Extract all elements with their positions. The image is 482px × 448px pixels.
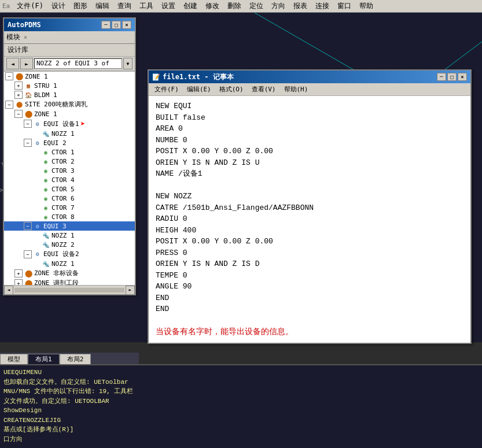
icon-zone2: ⬤	[24, 110, 33, 118]
content-line-8	[156, 180, 463, 191]
tree-node-zone-tiaoji[interactable]: + ⬤ ZONE 调剂工段	[4, 278, 135, 285]
tree-node-zone-feibiao[interactable]: + ⬤ ZONE 非标设备	[4, 268, 135, 278]
menu-query[interactable]: 查询	[114, 0, 135, 12]
notepad-menu-edit[interactable]: 编辑(E)	[183, 84, 215, 95]
tree-node-equi2[interactable]: − ⚙ EQUI 2	[4, 138, 135, 147]
nav-forward-button[interactable]: ►	[20, 58, 33, 69]
tree-node-ctor6[interactable]: ◉ CTOR 6	[4, 194, 135, 203]
icon-nozz1: 🔩	[41, 129, 50, 138]
expander-zone-tiaoji[interactable]: +	[14, 279, 23, 286]
expander-site[interactable]: −	[5, 101, 13, 109]
tree-node-ctor3[interactable]: ◉ CTOR 3	[4, 166, 135, 175]
nav-back-button[interactable]: ◄	[6, 58, 19, 69]
tree-node-ctor2[interactable]: ◉ CTOR 2	[4, 157, 135, 166]
notepad-minimize-button[interactable]: ─	[437, 73, 446, 81]
tree-node-nozz1[interactable]: 🔩 NOZZ 1	[4, 129, 135, 138]
tree-node-equi-sb2[interactable]: − ⚙ EQUI 设备2	[4, 249, 135, 259]
notepad-content: NEW EQUI BUILT false AREA 0 NUMBE 0 POSI…	[149, 96, 470, 343]
module-close-button[interactable]: ×	[24, 34, 27, 40]
tree-node-ctor5[interactable]: ◉ CTOR 5	[4, 184, 135, 194]
tree-node-bldm1[interactable]: + 🏠 BLDM 1	[4, 90, 135, 99]
menu-window[interactable]: 窗口	[334, 0, 355, 12]
tree-node-ctor1[interactable]: ◉ CTOR 1	[4, 147, 135, 157]
hscroll-track[interactable]	[14, 288, 124, 293]
notepad-menu-help[interactable]: 帮助(H)	[281, 84, 312, 95]
label-ctor6: CTOR 6	[51, 195, 75, 202]
label-equi2: EQUI 2	[43, 139, 67, 147]
icon-equi-sb2: ⚙	[33, 250, 42, 258]
tree-node-zone2[interactable]: − ⬤ ZONE 1	[4, 109, 135, 119]
notepad-maximize-button[interactable]: □	[447, 73, 457, 81]
icon-stru1: ▦	[24, 82, 33, 90]
tab-model[interactable]: 模型	[0, 354, 28, 364]
notepad-close-button[interactable]: ×	[458, 73, 467, 81]
label-ctor5: CTOR 5	[51, 186, 75, 193]
expander-equi3[interactable]: −	[24, 222, 32, 230]
menu-tools[interactable]: 工具	[136, 0, 157, 12]
content-line-2: BUILT false	[156, 112, 463, 124]
tree-node-ctor7[interactable]: ◉ CTOR 7	[4, 203, 135, 212]
tree-node-stru1[interactable]: + ▦ STRU 1	[4, 81, 135, 90]
menu-file[interactable]: 文件(F)	[13, 0, 47, 12]
notepad-icon: 📝	[152, 73, 160, 81]
tree-node-ctor4[interactable]: ◉ CTOR 4	[4, 175, 135, 184]
tree-node-equi3[interactable]: − ⚙ EQUI 3	[4, 221, 135, 231]
tab-layout1[interactable]: 布局1	[28, 354, 60, 364]
icon-nozz1sb2: 🔩	[41, 260, 50, 268]
icon-nozz1e3: 🔩	[41, 231, 50, 239]
notepad-menu-format[interactable]: 格式(O)	[216, 84, 247, 95]
menu-report[interactable]: 报表	[290, 0, 311, 12]
menu-graphics[interactable]: 图形	[70, 0, 91, 12]
tree-node-equi1[interactable]: − ⚙ EQUI 设备1 ➤	[4, 119, 135, 129]
content-line-10: CATRE /1501b_Ansi_Flanged/AAZFBBONN	[156, 202, 463, 214]
cmd-line-4: 义文件成功。自定义组: UETOOLBAR	[3, 397, 479, 406]
autopdms-minimize-button[interactable]: ─	[101, 21, 111, 29]
nav-dropdown-button[interactable]: ▼	[123, 58, 133, 69]
content-line-7: NAME /设备1	[156, 168, 463, 180]
tree-node-zone1[interactable]: − ⬤ ZONE 1	[4, 72, 135, 81]
module-bar: 模块 ×	[4, 31, 135, 44]
tree-node-nozz1-sb2[interactable]: 🔩 NOZZ 1	[4, 259, 135, 268]
notepad-menu-view[interactable]: 查看(V)	[248, 84, 279, 95]
menu-help[interactable]: 帮助	[356, 0, 377, 12]
label-equi1: EQUI 设备1	[43, 120, 79, 128]
label-zone-feibiao: ZONE 非标设备	[34, 269, 79, 277]
menu-locate[interactable]: 定位	[246, 0, 267, 12]
menu-orient[interactable]: 方向	[268, 0, 289, 12]
autopdms-maximize-button[interactable]: □	[112, 21, 121, 29]
menu-settings[interactable]: 设置	[158, 0, 179, 12]
hscroll-right-button[interactable]: ►	[126, 286, 135, 295]
expander-zone2[interactable]: −	[14, 110, 23, 118]
expander-stru1[interactable]: +	[14, 82, 23, 90]
expander-zone1[interactable]: −	[5, 72, 13, 80]
icon-equi1: ⚙	[33, 120, 42, 128]
expander-equi1[interactable]: −	[24, 120, 32, 128]
notepad-window: 📝 file1.txt - 记事本 ─ □ × 文件(F) 编辑(E) 格式(O…	[148, 69, 472, 344]
expander-zone-feibiao[interactable]: +	[14, 269, 23, 277]
icon-ctor7: ◉	[41, 203, 50, 212]
expander-bldm1[interactable]: +	[14, 91, 23, 99]
expander-equi2[interactable]: −	[24, 139, 32, 147]
command-output: UEEQUIMENU 也卸载自定义文件。自定义组: UEToolbar MNU/…	[0, 365, 482, 446]
hscroll-left-button[interactable]: ◄	[4, 286, 13, 295]
tree-container[interactable]: − ⬤ ZONE 1 + ▦ STRU 1 + 🏠 BLDM 1 − ⬤ SIT…	[4, 71, 135, 285]
cmd-line-7: 基点或[选择参考点(R)]	[3, 425, 479, 435]
label-nozz1e3: NOZZ 1	[51, 232, 75, 239]
notepad-menu-file[interactable]: 文件(F)	[151, 84, 182, 95]
tree-node-site[interactable]: − ⬤ SITE 200吨糖浆调乳	[4, 99, 135, 109]
tab-layout2[interactable]: 布局2	[60, 354, 91, 364]
content-line-5: POSIT X 0.00 Y 0.00 Z 0.00	[156, 146, 463, 157]
tree-node-nozz2-equi3[interactable]: 🔩 NOZZ 2	[4, 240, 135, 249]
tree-node-nozz1-equi3[interactable]: 🔩 NOZZ 1	[4, 231, 135, 240]
expander-equi-sb2[interactable]: −	[24, 250, 32, 258]
menu-edit[interactable]: 编辑	[92, 0, 113, 12]
menu-modify[interactable]: 修改	[202, 0, 223, 12]
icon-nozz2e3: 🔩	[41, 240, 50, 249]
menu-create[interactable]: 创建	[180, 0, 201, 12]
menu-design[interactable]: 设计	[48, 0, 69, 12]
menu-delete[interactable]: 删除	[224, 0, 245, 12]
autopdms-close-button[interactable]: ×	[122, 21, 131, 29]
tree-node-ctor8[interactable]: ◉ CTOR 8	[4, 212, 135, 221]
label-zone2: ZONE 1	[34, 110, 57, 118]
menu-connect[interactable]: 连接	[312, 0, 333, 12]
